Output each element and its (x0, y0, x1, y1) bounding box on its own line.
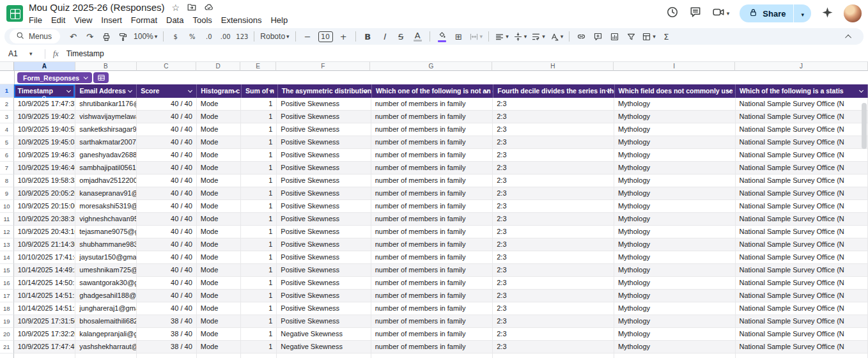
table-options-icon[interactable] (93, 72, 109, 83)
cell-f8[interactable]: Positive Skewness (277, 175, 371, 187)
cell-e4[interactable]: 1 (241, 123, 277, 136)
cell-h7[interactable]: 2:3 (493, 162, 614, 175)
paint-format-icon[interactable] (115, 29, 131, 43)
cell-b22[interactable] (75, 354, 137, 358)
row-header-16[interactable]: 16 (0, 277, 14, 290)
cell-h4[interactable]: 2:3 (493, 123, 614, 136)
cell-c13[interactable]: 40 / 40 (137, 238, 197, 251)
cell-a14[interactable]: 10/10/2025 17:41:41 (14, 251, 76, 264)
cell-j8[interactable]: National Sample Survey Office (N (736, 175, 868, 187)
font-family-dropdown[interactable]: Roboto▾ (258, 29, 291, 43)
text-wrap-icon[interactable]: ▾ (529, 29, 547, 43)
cell-f11[interactable]: Positive Skewness (277, 213, 371, 226)
filter-header-cell-g1[interactable]: Which one of the following is not an exa… (372, 84, 493, 98)
move-folder-icon[interactable] (187, 2, 197, 13)
cell-g11[interactable]: number of members in family (371, 213, 493, 226)
cell-b17[interactable]: ghadgesahil188@gmail. (75, 290, 137, 302)
row-header-8[interactable]: 8 (0, 175, 14, 187)
cell-c5[interactable]: 40 / 40 (137, 136, 197, 149)
select-all-corner[interactable] (0, 62, 14, 71)
cell-h9[interactable]: 2:3 (493, 187, 614, 200)
filter-dropdown-icon[interactable] (66, 88, 71, 93)
cell-f13[interactable]: Positive Skewness (277, 238, 371, 251)
vertical-scrollbar-thumb[interactable] (862, 103, 867, 149)
cell-a16[interactable]: 10/14/2025 14:50:12 (14, 277, 76, 290)
cell-b7[interactable]: sambhajipatil05616@gr (75, 162, 137, 175)
filter-header-cell-c1[interactable]: Score (137, 84, 197, 98)
cell-c4[interactable]: 40 / 40 (137, 123, 197, 136)
cell-b15[interactable]: umeshnikam725@gmai (75, 264, 137, 277)
cell-b12[interactable]: tejasmane9075@gmail. (75, 226, 137, 238)
cell-i11[interactable]: Mythology (614, 213, 736, 226)
cell-b14[interactable]: jaysutar150@gmail.com (75, 251, 137, 264)
cell-d14[interactable]: Mode (197, 251, 241, 264)
cell-i21[interactable]: Mythology (614, 341, 736, 354)
cell-d18[interactable]: Mode (197, 302, 241, 315)
cell-f5[interactable]: Positive Skewness (277, 136, 371, 149)
cell-f10[interactable]: Positive Skewness (277, 200, 371, 213)
cell-f18[interactable]: Positive Skewness (277, 302, 371, 315)
cell-d12[interactable]: Mode (197, 226, 241, 238)
cell-a15[interactable]: 10/14/2025 14:49:26 (14, 264, 76, 277)
cell-d3[interactable]: Mode (197, 111, 241, 123)
cell-h21[interactable]: 2:3 (493, 341, 614, 354)
cell-b3[interactable]: vishwavijaymelawane17 (75, 111, 137, 123)
cell-e9[interactable]: 1 (241, 187, 277, 200)
filter-dropdown-icon[interactable] (188, 88, 192, 93)
decrease-decimal-icon[interactable]: .0 (201, 29, 217, 43)
cell-j21[interactable]: National Sample Survey Office (N (736, 341, 868, 354)
cell-h18[interactable]: 2:3 (493, 302, 614, 315)
cell-g14[interactable]: number of members in family (371, 251, 493, 264)
row-header-2[interactable]: 2 (0, 98, 14, 111)
redo-icon[interactable]: ↷ (82, 29, 98, 43)
cell-a7[interactable]: 10/9/2025 19:46:40 (14, 162, 76, 175)
cell-d15[interactable]: Mode (197, 264, 241, 277)
column-header-i[interactable]: I (614, 62, 735, 71)
cell-e13[interactable]: 1 (241, 238, 277, 251)
cell-f3[interactable]: Positive Skewness (277, 111, 371, 123)
menu-view[interactable]: View (70, 15, 97, 25)
filter-dropdown-icon[interactable] (128, 88, 132, 93)
cell-b8[interactable]: omjadhav25122007@gr (75, 175, 137, 187)
cell-f6[interactable]: Positive Skewness (277, 149, 371, 162)
cell-d19[interactable]: Mode (197, 315, 241, 328)
avatar[interactable] (844, 4, 862, 22)
cell-c6[interactable]: 40 / 40 (137, 149, 197, 162)
row-header-6[interactable]: 6 (0, 149, 14, 162)
cell-i5[interactable]: Mythology (614, 136, 736, 149)
cell-f14[interactable]: Positive Skewness (277, 251, 371, 264)
cell-i8[interactable]: Mythology (614, 175, 736, 187)
cell-c19[interactable]: 38 / 40 (137, 315, 197, 328)
insert-chart-icon[interactable] (607, 29, 623, 43)
cell-h17[interactable]: 2:3 (493, 290, 614, 302)
cell-b13[interactable]: shubhammane9833@gr (75, 238, 137, 251)
collapse-toolbar-button[interactable] (841, 29, 857, 43)
cell-h6[interactable]: 2:3 (493, 149, 614, 162)
cell-f19[interactable]: Positive Skewness (277, 315, 371, 328)
cell-d17[interactable]: Mode (197, 290, 241, 302)
cell-j13[interactable]: National Sample Survey Office (N (736, 238, 868, 251)
row-header-4[interactable]: 4 (0, 123, 14, 136)
cell-c9[interactable]: 40 / 40 (137, 187, 197, 200)
cell-b4[interactable]: sanketkshirsagar938@g (75, 123, 137, 136)
menu-tools[interactable]: Tools (188, 15, 216, 25)
cell-f17[interactable]: Positive Skewness (277, 290, 371, 302)
cell-a6[interactable]: 10/9/2025 19:46:37 (14, 149, 76, 162)
cell-a20[interactable]: 10/9/2025 17:32:20 (14, 328, 76, 341)
cell-g8[interactable]: number of members in family (371, 175, 493, 187)
name-box-caret-icon[interactable]: ▾ (29, 51, 43, 57)
menu-edit[interactable]: Edit (47, 15, 70, 25)
cell-i7[interactable]: Mythology (614, 162, 736, 175)
menu-format[interactable]: Format (127, 15, 162, 25)
cell-g22[interactable] (371, 354, 493, 358)
insert-comment-icon[interactable] (590, 29, 606, 43)
cell-b6[interactable]: ganeshyadav2688@gma (75, 149, 137, 162)
cell-h11[interactable]: 2:3 (493, 213, 614, 226)
column-header-a[interactable]: A (14, 62, 75, 71)
cell-d13[interactable]: Mode (197, 238, 241, 251)
zoom-dropdown[interactable]: 100%▾ (132, 29, 159, 43)
cell-i10[interactable]: Mythology (614, 200, 736, 213)
cell-g6[interactable]: number of members in family (371, 149, 493, 162)
cell-j18[interactable]: National Sample Survey Office (N (736, 302, 868, 315)
cell-c18[interactable]: 40 / 40 (137, 302, 197, 315)
